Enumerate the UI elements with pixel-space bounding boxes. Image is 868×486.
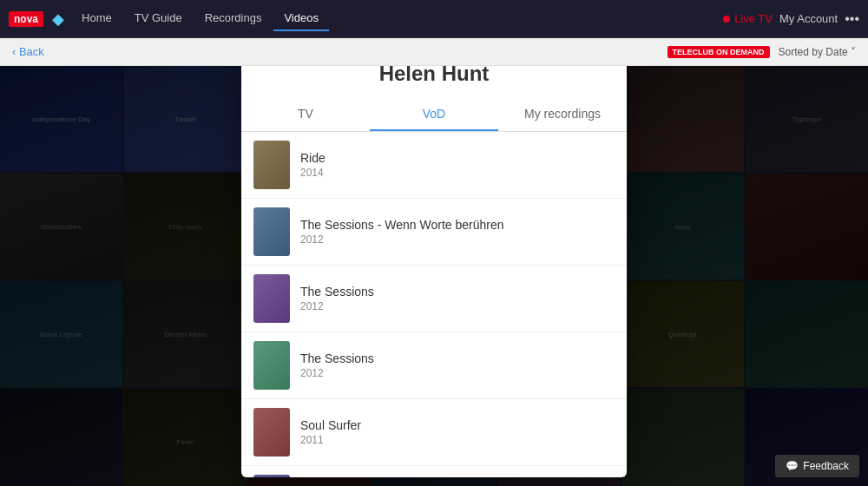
feedback-label: Feedback [803, 460, 849, 472]
movie-year: 2012 [300, 233, 504, 246]
movie-title: The Sessions - Wenn Worte berühren [300, 218, 504, 232]
movie-year: 2011 [300, 434, 361, 446]
movie-info: Soul Surfer 2011 [300, 418, 361, 446]
sub-header: ‹ Back TELECLUB ON DEMAND Sorted by Date… [0, 38, 868, 66]
nav-tv-guide[interactable]: TV Guide [124, 6, 193, 31]
movie-thumb [253, 475, 290, 477]
teleclub-label: TELECLUB ON DEMAND [673, 48, 765, 56]
feedback-icon: 💬 [786, 460, 799, 472]
movie-year: 2012 [300, 367, 374, 379]
tab-tv[interactable]: TV [241, 98, 370, 131]
movie-info: The Sessions 2012 [300, 351, 374, 379]
nav-links: Home TV Guide Recordings Videos [71, 6, 716, 31]
topnav: nova ◆ Home TV Guide Recordings Videos L… [0, 0, 868, 38]
list-item[interactable]: Soul Surfer 2011 [241, 466, 627, 477]
tab-my-recordings[interactable]: My recordings [498, 98, 627, 131]
list-item[interactable]: The Sessions 2012 [241, 332, 627, 399]
live-tv-label: Live TV [734, 12, 773, 25]
modal-movie-list: Ride 2014 The Sessions - Wenn Worte berü… [241, 132, 627, 477]
more-button[interactable]: ••• [845, 11, 859, 27]
back-button[interactable]: ‹ Back [12, 45, 44, 58]
list-item[interactable]: The Sessions 2012 [241, 266, 627, 332]
movie-thumb [253, 207, 290, 256]
movie-year: 2012 [300, 300, 374, 312]
tab-vod[interactable]: VoD [370, 98, 498, 131]
my-account-button[interactable]: My Account [779, 12, 838, 25]
movie-thumb [253, 341, 290, 390]
list-item[interactable]: Ride 2014 [241, 132, 627, 199]
movie-thumb [253, 141, 290, 189]
movie-info: The Sessions 2012 [300, 285, 374, 312]
logo[interactable]: nova [9, 11, 43, 27]
movie-info: Ride 2014 [300, 151, 326, 179]
modal-tabs: TV VoD My recordings [241, 98, 627, 132]
nova-icon: ◆ [52, 10, 64, 29]
movie-title: Soul Surfer [300, 418, 361, 432]
movie-title: The Sessions [300, 351, 374, 365]
teleclub-badge: TELECLUB ON DEMAND [667, 46, 770, 58]
movie-title: Ride [300, 151, 326, 165]
sort-label[interactable]: Sorted by Date ˅ [779, 46, 856, 58]
list-item[interactable]: Soul Surfer 2011 [241, 399, 627, 466]
live-tv-button[interactable]: Live TV [723, 12, 773, 25]
movie-year: 2014 [300, 167, 326, 179]
sort-controls: TELECLUB ON DEMAND Sorted by Date ˅ [667, 46, 856, 58]
modal: ‹ Twister ✕ Helen Hunt TV VoD My recordi… [241, 9, 627, 477]
nav-home[interactable]: Home [71, 6, 122, 31]
movie-info: The Sessions - Wenn Worte berühren 2012 [300, 218, 504, 246]
live-dot [723, 16, 730, 23]
nav-recordings[interactable]: Recordings [194, 6, 273, 31]
movie-thumb [253, 408, 290, 456]
list-item[interactable]: The Sessions - Wenn Worte berühren 2012 [241, 199, 627, 266]
feedback-button[interactable]: 💬 Feedback [775, 455, 859, 477]
movie-thumb [253, 274, 290, 323]
nav-videos[interactable]: Videos [273, 6, 329, 31]
movie-title: The Sessions [300, 285, 374, 299]
